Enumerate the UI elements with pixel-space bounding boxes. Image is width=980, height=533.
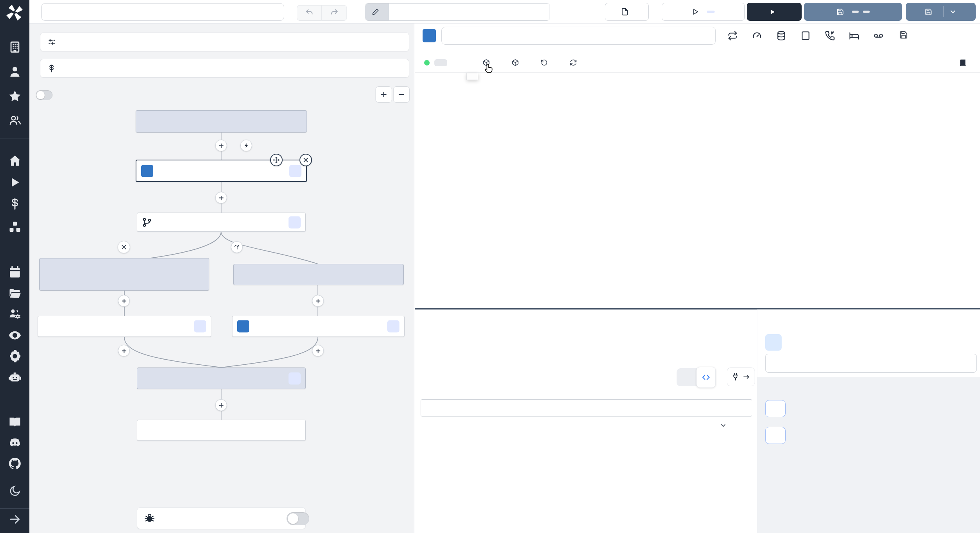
flow-title-input[interactable]	[41, 3, 284, 21]
arrow-right-icon	[742, 373, 750, 381]
sidebar-item-favorites[interactable]	[8, 89, 22, 103]
delete-node-button[interactable]	[299, 154, 312, 166]
cursor-pointer-icon	[484, 61, 495, 75]
chevron-down-icon[interactable]	[949, 8, 957, 16]
sidebar-item-groups[interactable]	[8, 114, 22, 127]
sidebar-item-user[interactable]	[8, 65, 22, 78]
expr-mode-button[interactable]	[696, 367, 716, 388]
library-button[interactable]	[954, 55, 975, 70]
sidebar-item-resources[interactable]	[8, 220, 22, 234]
theme-toggle-moon-icon[interactable]	[9, 485, 21, 497]
sidebar-item-home[interactable]	[8, 154, 22, 167]
redo-button[interactable]	[322, 5, 347, 21]
windmill-logo[interactable]	[6, 4, 24, 22]
save-draft-button[interactable]	[804, 3, 902, 21]
resources-expand-button[interactable]	[765, 427, 786, 444]
sidebar-item-docs[interactable]	[8, 415, 22, 429]
help-link[interactable]	[715, 422, 727, 429]
json-button[interactable]	[605, 3, 649, 21]
node-id-badge	[289, 372, 301, 384]
test-up-to-button[interactable]	[662, 3, 745, 21]
props-section	[757, 377, 980, 533]
save-icon	[899, 31, 908, 39]
node-id-badge	[289, 165, 301, 177]
error-handler-row[interactable]	[137, 508, 306, 529]
flow-node-input[interactable]	[136, 110, 307, 133]
assistants-button[interactable]	[564, 55, 588, 70]
button-divider	[943, 6, 944, 17]
flow-node-result-of-chosen-branch[interactable]	[137, 367, 306, 389]
sidebar-item-folders[interactable]	[8, 287, 22, 300]
discord-icon[interactable]	[8, 436, 22, 450]
add-context-var-button[interactable]	[434, 59, 447, 66]
sidebar-item-workspace[interactable]	[8, 40, 22, 54]
suspend-phone-icon[interactable]	[825, 31, 835, 41]
flow-node-default-branch[interactable]	[233, 264, 404, 285]
add-step-button[interactable]	[312, 295, 324, 307]
github-icon[interactable]	[8, 457, 22, 471]
add-step-button[interactable]	[118, 295, 130, 307]
add-branch-button[interactable]	[231, 241, 243, 253]
sidebar-collapse-arrow-icon[interactable]	[9, 513, 21, 526]
error-handler-toggle[interactable]	[287, 512, 309, 525]
path-label-section[interactable]	[365, 4, 389, 20]
chevron-down-icon	[720, 422, 727, 429]
remove-branch-button[interactable]	[118, 241, 130, 253]
add-variable-button[interactable]	[456, 59, 469, 66]
package-icon	[512, 59, 519, 66]
sidebar-item-runs[interactable]	[9, 176, 21, 189]
search-prop-input[interactable]	[765, 354, 977, 373]
step-settings-icons	[728, 31, 884, 41]
path-input[interactable]	[389, 4, 550, 20]
plug-icon	[731, 373, 740, 381]
deploy-button[interactable]	[906, 3, 976, 21]
connect-input-plug-button[interactable]	[727, 367, 755, 386]
book-icon	[959, 59, 967, 67]
save-to-workspace-button[interactable]	[899, 31, 912, 39]
add-step-button[interactable]	[215, 192, 227, 204]
sidebar-item-workers[interactable]	[8, 307, 22, 320]
sidebar-item-audit-logs[interactable]	[8, 328, 22, 342]
git-branch-icon	[142, 217, 152, 227]
flow-editor-panel	[29, 24, 414, 533]
sidebar-item-settings[interactable]	[8, 349, 22, 363]
test-flow-button[interactable]	[747, 3, 802, 21]
trigger-zap-button[interactable]	[240, 140, 252, 151]
save-icon	[837, 8, 844, 16]
undo-button[interactable]	[297, 5, 322, 21]
sleep-bed-icon[interactable]	[849, 31, 859, 41]
flow-node-print-help[interactable]	[232, 316, 405, 337]
add-resource-type-button[interactable]	[506, 55, 527, 70]
flow-node-run-one-branch[interactable]	[137, 213, 306, 232]
expression-editor[interactable]	[421, 399, 752, 417]
retries-repeat-icon[interactable]	[728, 31, 738, 41]
sidebar-item-ai[interactable]	[8, 370, 22, 384]
step-name-input[interactable]	[441, 27, 716, 45]
timeout-gauge-icon[interactable]	[752, 31, 762, 41]
typescript-badge	[423, 29, 436, 42]
edit-or-connect-button[interactable]	[765, 334, 782, 351]
lifetime-voicemail-icon[interactable]	[873, 31, 884, 41]
sidebar	[0, 0, 29, 533]
flow-node-run-command-branch[interactable]	[39, 258, 209, 291]
add-step-button[interactable]	[215, 140, 227, 151]
node-id-badge	[387, 320, 399, 333]
indent-guide	[445, 85, 445, 152]
add-step-button[interactable]	[215, 399, 227, 411]
add-step-button[interactable]	[118, 345, 130, 357]
play-icon	[692, 8, 699, 15]
cache-database-icon[interactable]	[776, 31, 786, 41]
variables-expand-button[interactable]	[765, 400, 786, 417]
flow-node-result[interactable]	[137, 420, 306, 441]
add-step-button[interactable]	[312, 345, 324, 357]
flow-node-handle-echo-command[interactable]	[38, 316, 211, 337]
sidebar-item-schedules[interactable]	[8, 266, 22, 279]
undo-redo-group	[297, 5, 347, 21]
code-editor-panel	[415, 24, 980, 308]
sidebar-item-variables[interactable]	[9, 198, 21, 210]
indent-guide	[445, 195, 445, 267]
move-node-button[interactable]	[270, 154, 283, 166]
step-input-panel	[415, 309, 757, 533]
reset-button[interactable]	[535, 55, 556, 70]
mock-square-icon[interactable]	[800, 31, 811, 41]
